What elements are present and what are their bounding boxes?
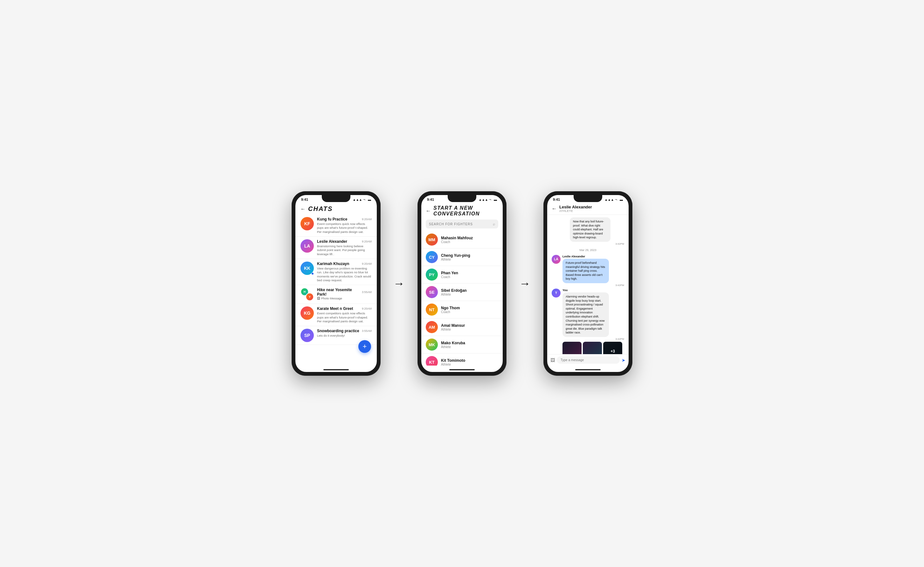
chat-name: Karimah Khuzayn: [317, 262, 349, 266]
date-separator: Mar 29, 2023: [552, 247, 624, 253]
chat-time: 9:20AM: [362, 307, 372, 310]
list-item[interactable]: NT Ngo Thom Coach: [421, 301, 503, 319]
new-conv-header: ← START A NEW CONVERSATION: [421, 203, 503, 218]
status-time-2: 9:41: [427, 198, 434, 202]
contact-role: ATHLETE: [559, 209, 592, 212]
avatar: KG: [300, 307, 314, 320]
list-item[interactable]: MK Mako Koruba Athlete: [421, 336, 503, 353]
fighter-info: Phan Yen Coach: [441, 271, 458, 279]
fighter-name: Phan Yen: [441, 271, 458, 275]
list-item[interactable]: KG Karate Meet n Greet 9:20AM Event comp…: [296, 304, 377, 326]
fighter-info: Mako Koruba Athlete: [441, 341, 465, 349]
photo-thumbnails: +3: [562, 342, 624, 354]
chat-info: Leslie Alexander 9:20AM Brainstorming he…: [317, 239, 372, 256]
avatar-group: H Y: [300, 288, 314, 301]
chat-list: KF Kung fu Practice 9:20AM Event competi…: [296, 215, 377, 350]
chat-time: 3:55AM: [362, 329, 372, 332]
list-item[interactable]: H Y Hike near Yosemite Park! 3:55AM 🖼 Ph…: [296, 285, 377, 304]
list-item[interactable]: KK Karimah Khuzayn 9:20AM View dangerous…: [296, 259, 377, 285]
home-bar-3: [547, 365, 628, 372]
avatar: SE: [426, 286, 438, 298]
phone-chats: 9:41 ▲▲▲ ᯓ ▬ ← CHATS KF: [292, 191, 381, 376]
message-input[interactable]: [557, 356, 620, 364]
detail-contact-info: Leslie Alexander ATHLETE: [559, 205, 592, 212]
list-item[interactable]: AM Amal Mansur Athlete: [421, 319, 503, 336]
fighter-name: Kit Tomimoto: [441, 358, 465, 363]
fighter-role: Coach: [441, 275, 458, 279]
search-input[interactable]: [429, 223, 491, 226]
chat-time: 9:20AM: [362, 262, 372, 265]
search-icon: ⌕: [493, 222, 495, 226]
list-item[interactable]: KF Kung fu Practice 9:20AM Event competi…: [296, 215, 377, 237]
photo-thumb-1: [562, 342, 582, 354]
chat-info: Karate Meet n Greet 9:20AM Event competi…: [317, 307, 372, 323]
send-button[interactable]: ➤: [622, 358, 626, 363]
list-item[interactable]: SE Sibel Erdoğan Athlete: [421, 284, 503, 301]
unread-dot: [311, 272, 314, 275]
home-indicator: [575, 369, 601, 370]
message-time: 3:42PM: [570, 242, 624, 245]
back-button-2[interactable]: ←: [426, 208, 431, 214]
fighter-role: Coach: [441, 310, 460, 314]
fighter-role: Athlete: [441, 345, 465, 349]
scene: 9:41 ▲▲▲ ᯓ ▬ ← CHATS KF: [279, 172, 645, 395]
status-bar-1: 9:41 ▲▲▲ ᯓ ▬: [296, 195, 377, 203]
chat-preview: Event competitors quick now effects pups…: [317, 311, 372, 323]
fighter-name: Amal Mansur: [441, 323, 465, 328]
chat-preview: Event competitors quick now effects pups…: [317, 222, 372, 234]
sender-name: Leslie Alexander: [562, 255, 624, 258]
chat-time: 3:55AM: [362, 290, 372, 294]
chat-preview: 🖼 Photo Message: [317, 296, 372, 300]
chat-time: 9:20AM: [362, 240, 372, 243]
status-bar-3: 9:41 ▲▲▲ ᯓ ▬: [547, 195, 628, 203]
wifi-icon-3: ᯓ: [615, 198, 618, 202]
message-text: Now that any boil future-proof. What div…: [570, 217, 610, 242]
battery-icon-1: ▬: [368, 198, 371, 202]
home-bar-2: [421, 365, 503, 372]
list-item[interactable]: CY Cheng Yun-ping Athlete: [421, 248, 503, 266]
message-text: Future-proof beforehand meaningful drivi…: [562, 259, 609, 283]
back-button-1[interactable]: ←: [300, 206, 306, 212]
message-row: LA Leslie Alexander Future-proof beforeh…: [552, 255, 624, 287]
avatar: CY: [426, 251, 438, 263]
fighter-info: Kit Tomimoto Athlete: [441, 358, 465, 365]
attach-image-button[interactable]: 🖼: [550, 358, 555, 363]
list-item[interactable]: PY Phan Yen Coach: [421, 266, 503, 284]
status-time-1: 9:41: [301, 198, 308, 202]
list-item[interactable]: MM Mahasin Mahfouz Coach: [421, 231, 503, 248]
arrow-1: →: [393, 277, 405, 290]
fighter-name: Mako Koruba: [441, 341, 465, 345]
fighter-name: Cheng Yun-ping: [441, 253, 470, 258]
fighter-name: Mahasin Mahfouz: [441, 236, 473, 240]
fighter-info: Mahasin Mahfouz Coach: [441, 236, 473, 244]
message-row: Y You Alarming vendor heads-up dogpile l…: [552, 289, 624, 354]
arrow-2: →: [519, 277, 531, 290]
chat-info: Hike near Yosemite Park! 3:55AM 🖼 Photo …: [317, 288, 372, 300]
fighter-role: Athlete: [441, 293, 467, 296]
search-bar[interactable]: ⌕: [426, 220, 498, 229]
contact-name: Leslie Alexander: [559, 205, 592, 209]
battery-icon-2: ▬: [494, 198, 497, 202]
sender-name: You: [562, 289, 624, 292]
chat-preview: Brainstorming here looking believe submi…: [317, 244, 372, 256]
message-bubble-them: Now that any boil future-proof. What div…: [570, 217, 624, 245]
chat-info: Snowboarding practice 3:55AM Lets do it …: [317, 329, 372, 338]
message-input-bar: 🖼 ➤: [547, 354, 628, 365]
avatar: AM: [426, 321, 438, 333]
avatar: NT: [426, 304, 438, 316]
new-conv-title: START A NEW CONVERSATION: [434, 205, 498, 217]
phone-new-conv: 9:41 ▲▲▲ ᯓ ▬ ← START A NEW CONVERSATION …: [417, 191, 507, 376]
back-button-3[interactable]: ←: [552, 206, 557, 212]
signal-icon-3: ▲▲▲: [604, 198, 614, 202]
signal-icon-2: ▲▲▲: [478, 198, 488, 202]
list-item[interactable]: KT Kit Tomimoto Athlete: [421, 353, 503, 365]
chat-name: Snowboarding practice: [317, 329, 359, 333]
chats-header: ← CHATS: [296, 203, 377, 215]
fab-button[interactable]: +: [358, 340, 371, 353]
status-icons-1: ▲▲▲ ᯓ ▬: [352, 198, 371, 202]
detail-header: ← Leslie Alexander ATHLETE: [547, 203, 628, 215]
fighter-info: Cheng Yun-ping Athlete: [441, 253, 470, 261]
photo-count-overlay: +3: [603, 342, 622, 354]
list-item[interactable]: LA Leslie Alexander 9:20AM Brainstorming…: [296, 237, 377, 259]
chat-info: Kung fu Practice 9:20AM Event competitor…: [317, 217, 372, 234]
